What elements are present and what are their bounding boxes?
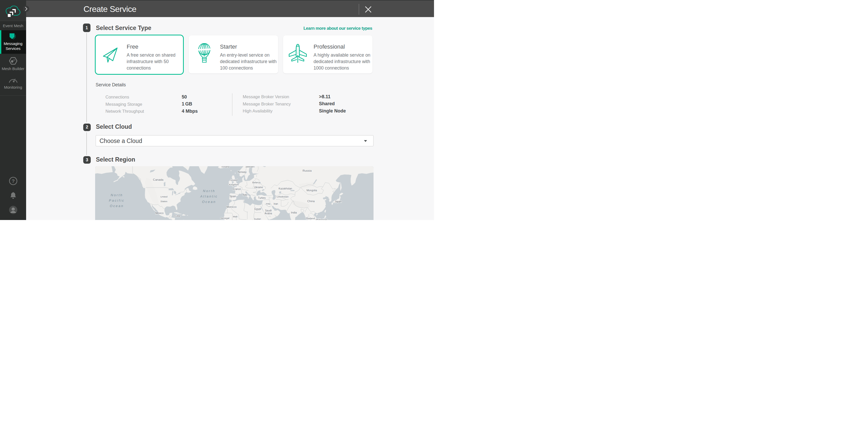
svg-text:Sweden: Sweden: [245, 166, 255, 168]
svg-text:North: North: [111, 193, 123, 197]
svg-text:France: France: [232, 188, 241, 191]
svg-text:Uzbekistan: Uzbekistan: [277, 195, 289, 198]
svg-text:Iraq: Iraq: [266, 202, 270, 205]
svg-text:Ukraine: Ukraine: [254, 186, 263, 189]
svg-text:United: United: [230, 179, 237, 182]
svg-text:Russia: Russia: [303, 169, 312, 172]
svg-text:Spain: Spain: [229, 195, 236, 198]
svg-text:Senegal: Senegal: [220, 217, 229, 219]
svg-text:Pacific: Pacific: [109, 198, 125, 202]
svg-text:North: North: [203, 189, 215, 193]
svg-text:Ocean: Ocean: [202, 200, 216, 204]
svg-text:Philippines: Philippines: [316, 218, 328, 220]
svg-text:Kingdom: Kingdom: [229, 183, 239, 186]
svg-text:Ocean: Ocean: [110, 204, 124, 208]
svg-text:Mali: Mali: [233, 215, 237, 218]
svg-text:Belarus: Belarus: [252, 181, 260, 184]
svg-text:Thailand: Thailand: [306, 217, 315, 220]
svg-text:Turkey: Turkey: [258, 196, 266, 199]
svg-text:Iran: Iran: [274, 202, 278, 205]
svg-text:Saudi: Saudi: [265, 209, 272, 212]
svg-text:United: United: [160, 195, 167, 198]
svg-text:Morocco: Morocco: [227, 206, 237, 208]
svg-text:Arabia: Arabia: [265, 212, 272, 215]
svg-text:Japan: Japan: [335, 200, 341, 203]
svg-text:China: China: [307, 199, 315, 203]
svg-text:States: States: [160, 200, 167, 203]
svg-text:Sudan: Sudan: [254, 217, 261, 220]
svg-text:?: ?: [12, 178, 15, 184]
svg-text:Mexico: Mexico: [155, 212, 164, 215]
svg-text:Mongolia: Mongolia: [307, 189, 317, 192]
svg-text:India: India: [291, 211, 297, 214]
svg-text:Canada: Canada: [153, 178, 164, 181]
svg-text:Norway: Norway: [238, 170, 247, 174]
svg-text:Italy: Italy: [243, 193, 247, 196]
svg-text:Kazakhstan: Kazakhstan: [279, 187, 292, 190]
svg-text:Egypt: Egypt: [254, 208, 261, 211]
svg-text:Iceland: Iceland: [221, 166, 229, 168]
svg-text:Cuba: Cuba: [175, 214, 180, 217]
svg-text:Atlantic: Atlantic: [200, 194, 218, 198]
